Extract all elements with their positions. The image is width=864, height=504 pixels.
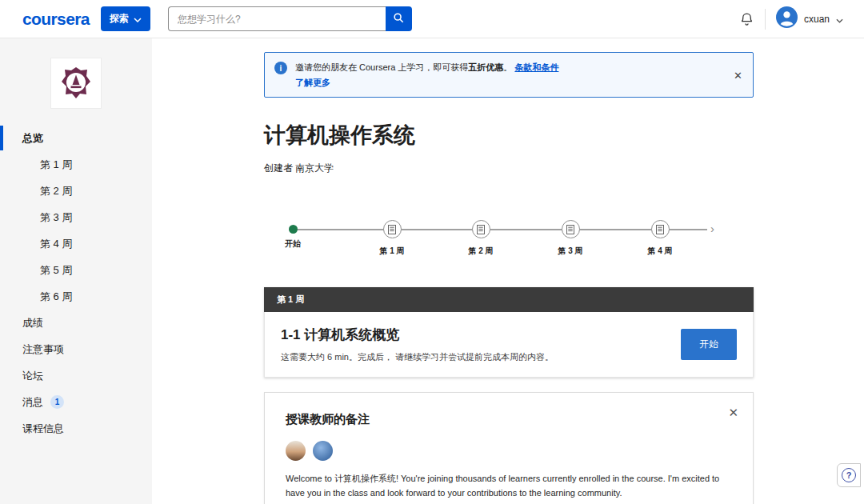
banner-text-part2: 。 bbox=[503, 62, 512, 72]
sidebar-item-label: 第 2 周 bbox=[40, 184, 72, 198]
lesson-info: 1-1 计算机系统概览 这需要大约 6 min。完成后， 请继续学习并尝试提前完… bbox=[281, 326, 666, 363]
sidebar-item-label: 第 6 周 bbox=[40, 290, 72, 304]
course-creator: 创建者 南京大学 bbox=[264, 162, 754, 175]
sidebar-item-forum[interactable]: 论坛 bbox=[0, 362, 152, 389]
lesson-title[interactable]: 1-1 计算机系统概览 bbox=[281, 326, 666, 344]
sidebar-item-messages[interactable]: 消息 1 bbox=[0, 389, 152, 415]
promo-banner-text: 邀请您的朋友在 Coursera 上学习，即可获得五折优惠。 条款和条件 了解更… bbox=[295, 60, 558, 90]
sidebar-item-label: 第 1 周 bbox=[40, 158, 72, 172]
creator-name[interactable]: 南京大学 bbox=[295, 162, 334, 174]
start-dot-icon bbox=[289, 225, 298, 234]
search-button[interactable] bbox=[386, 6, 412, 31]
main-content: i 邀请您的朋友在 Coursera 上学习，即可获得五折优惠。 条款和条件 了… bbox=[264, 38, 754, 504]
timeline-node-start[interactable]: 开始 bbox=[257, 220, 329, 250]
avatar bbox=[776, 6, 798, 31]
chevron-right-icon: › bbox=[710, 222, 714, 235]
course-timeline: 开始 第 1 周 第 2 周 第 3 周 第 4 周 › bbox=[264, 220, 754, 270]
sidebar-item-week3[interactable]: 第 3 周 bbox=[0, 204, 152, 230]
timeline-label: 第 4 周 bbox=[624, 246, 696, 257]
header-divider bbox=[765, 9, 766, 30]
instructor-notes-card: 授课教师的备注 ✕ Welcome to 计算机操作系统! You're joi… bbox=[264, 392, 754, 504]
document-icon bbox=[562, 220, 580, 238]
timeline-label: 第 2 周 bbox=[445, 246, 517, 257]
sidebar-item-label: 论坛 bbox=[22, 369, 43, 383]
header-right: cxuan bbox=[739, 6, 843, 31]
lesson-card: 1-1 计算机系统概览 这需要大约 6 min。完成后， 请继续学习并尝试提前完… bbox=[264, 312, 754, 378]
university-logo bbox=[50, 58, 102, 109]
timeline-label: 开始 bbox=[257, 238, 329, 250]
lesson-description: 这需要大约 6 min。完成后， 请继续学习并尝试提前完成本周的内容。 bbox=[281, 351, 666, 363]
sidebar-item-week6[interactable]: 第 6 周 bbox=[0, 283, 152, 310]
sidebar-item-label: 成绩 bbox=[22, 316, 43, 330]
sidebar-item-overview[interactable]: 总览 bbox=[0, 125, 152, 151]
sidebar-item-label: 课程信息 bbox=[22, 422, 64, 436]
coursera-logo[interactable]: coursera bbox=[22, 10, 90, 29]
start-button[interactable]: 开始 bbox=[681, 329, 737, 360]
sidebar-item-course-info[interactable]: 课程信息 bbox=[0, 415, 152, 442]
week-section: 第 1 周 1-1 计算机系统概览 这需要大约 6 min。完成后， 请继续学习… bbox=[264, 287, 754, 378]
sidebar-item-label: 消息 bbox=[22, 395, 43, 410]
promo-banner: i 邀请您的朋友在 Coursera 上学习，即可获得五折优惠。 条款和条件 了… bbox=[264, 52, 754, 98]
sidebar-item-label: 第 3 周 bbox=[40, 210, 72, 225]
timeline-label: 第 3 周 bbox=[534, 246, 606, 257]
top-header: coursera 探索 bbox=[0, 0, 864, 38]
timeline-node-week2[interactable]: 第 2 周 bbox=[445, 220, 517, 257]
sidebar-item-week5[interactable]: 第 5 周 bbox=[0, 257, 152, 283]
sidebar-item-label: 注意事项 bbox=[22, 342, 64, 357]
notifications-bell-icon[interactable] bbox=[739, 11, 754, 26]
timeline-label: 第 1 周 bbox=[356, 246, 428, 257]
sidebar-item-label: 第 5 周 bbox=[40, 263, 72, 278]
search-icon bbox=[393, 12, 404, 26]
search-bar bbox=[168, 6, 412, 31]
info-icon: i bbox=[274, 62, 287, 74]
help-button[interactable]: ? bbox=[837, 463, 861, 487]
close-icon[interactable]: ✕ bbox=[734, 70, 742, 80]
explore-label: 探索 bbox=[110, 12, 129, 26]
messages-badge: 1 bbox=[50, 395, 64, 409]
sidebar-item-grades[interactable]: 成绩 bbox=[0, 310, 152, 336]
timeline-node-week4[interactable]: 第 4 周 bbox=[624, 220, 696, 257]
username-label: cxuan bbox=[804, 14, 830, 25]
chevron-down-icon bbox=[134, 14, 142, 25]
help-icon: ? bbox=[842, 468, 856, 482]
search-input[interactable] bbox=[168, 6, 386, 31]
user-menu[interactable]: cxuan bbox=[776, 6, 843, 31]
sidebar-item-label: 第 4 周 bbox=[40, 237, 72, 251]
banner-highlight: 五折优惠 bbox=[468, 62, 503, 72]
sidebar-item-notes[interactable]: 注意事项 bbox=[0, 336, 152, 362]
chevron-down-icon bbox=[836, 12, 843, 26]
notes-title: 授课教师的备注 bbox=[286, 412, 732, 427]
sidebar-item-week4[interactable]: 第 4 周 bbox=[0, 230, 152, 257]
close-icon[interactable]: ✕ bbox=[728, 406, 738, 420]
course-sidebar: 总览 第 1 周 第 2 周 第 3 周 第 4 周 第 5 周 第 6 周 成… bbox=[0, 38, 152, 504]
sidebar-item-week2[interactable]: 第 2 周 bbox=[0, 178, 152, 204]
learn-more-link[interactable]: 了解更多 bbox=[295, 75, 558, 90]
banner-text-part1: 邀请您的朋友在 Coursera 上学习，即可获得 bbox=[295, 62, 468, 72]
sidebar-item-label: 总览 bbox=[22, 131, 43, 146]
instructor-avatar[interactable] bbox=[286, 441, 306, 461]
sidebar-item-week1[interactable]: 第 1 周 bbox=[0, 151, 152, 178]
document-icon bbox=[472, 220, 490, 238]
document-icon bbox=[383, 220, 402, 238]
instructor-avatars bbox=[286, 441, 732, 461]
creator-label: 创建者 bbox=[264, 162, 293, 174]
timeline-node-week1[interactable]: 第 1 周 bbox=[356, 220, 428, 257]
notes-paragraph: Welcome to 计算机操作系统! You're joining thous… bbox=[286, 472, 732, 500]
terms-link[interactable]: 条款和条件 bbox=[514, 62, 558, 72]
instructor-avatar[interactable] bbox=[313, 441, 333, 461]
page-title: 计算机操作系统 bbox=[264, 121, 754, 150]
document-icon bbox=[651, 220, 670, 238]
timeline-node-week3[interactable]: 第 3 周 bbox=[534, 220, 606, 257]
week-header-bar: 第 1 周 bbox=[264, 287, 754, 312]
explore-button[interactable]: 探索 bbox=[101, 6, 150, 31]
